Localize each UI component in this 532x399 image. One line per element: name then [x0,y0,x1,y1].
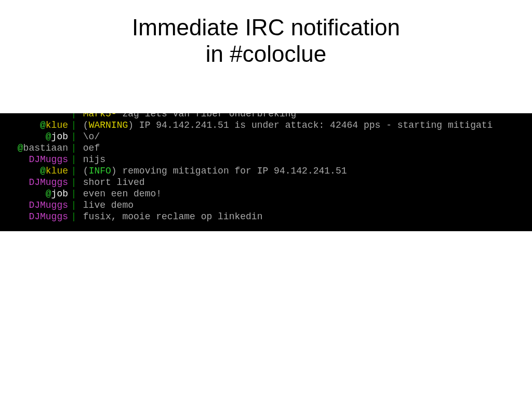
irc-nick-prefix: @ [46,131,51,142]
slide-title: Immediate IRC notification in #coloclue [0,15,532,67]
irc-nick-name: job [51,189,68,199]
irc-nick-name: bastiaan [23,143,68,153]
irc-nick-name: klue [46,120,68,130]
title-line-2: in #coloclue [0,41,532,68]
irc-message-segment: \o/ [83,131,100,142]
irc-nick-prefix: * [62,113,68,119]
irc-message-segment: zag iets van fiber onderbreking [122,113,296,119]
irc-message: nijs [77,154,532,165]
irc-nick-prefix: @ [40,166,46,176]
irc-row: DJMuggs| fusix, mooie reclame op linkedi… [0,211,532,222]
irc-nick-name: DJMuggs [29,154,68,165]
irc-message: oef [77,142,532,154]
irc-separator: | [70,154,77,165]
irc-row: @bastiaan| oef [0,142,532,154]
irc-nick-prefix: @ [18,143,23,153]
irc-log-pane: *| Mark5- zag iets van fiber onderbrekin… [0,113,532,231]
irc-nick: @klue [0,165,70,177]
irc-nick-name: job [51,131,68,142]
irc-nick-prefix: @ [46,189,51,199]
title-line-1: Immediate IRC notification [0,15,532,41]
irc-row: DJMuggs| nijs [0,154,532,165]
irc-message-segment: ) removing mitigation for IP 94.142.241.… [111,166,347,176]
irc-nick-name: klue [46,166,68,176]
irc-separator: | [70,211,77,222]
irc-nick: @job [0,188,70,200]
irc-message: Mark5- zag iets van fiber onderbreking [77,113,532,119]
irc-nick: @klue [0,119,70,131]
irc-message: live demo [77,200,532,211]
irc-separator: | [70,177,77,188]
irc-message-segment: Mark5- [83,113,123,119]
irc-row: @klue| (WARNING) IP 94.142.241.51 is und… [0,119,532,131]
irc-separator: | [70,113,77,119]
irc-message-segment: ) IP 94.142.241.51 is under attack: 4246… [128,120,493,130]
irc-nick: * [0,113,70,119]
irc-nick: DJMuggs [0,177,70,188]
irc-row: *| Mark5- zag iets van fiber onderbrekin… [0,113,532,119]
irc-message-segment: even een demo! [83,189,162,199]
irc-nick: DJMuggs [0,211,70,222]
irc-message-segment: INFO [89,166,111,176]
irc-separator: | [70,142,77,154]
irc-message-segment: WARNING [89,120,128,130]
irc-message-segment: live demo [83,200,134,210]
irc-nick: DJMuggs [0,154,70,165]
irc-message: short lived [77,177,532,188]
irc-message-segment: ( [83,166,89,176]
irc-message-segment: nijs [83,154,105,165]
irc-message: (INFO) removing mitigation for IP 94.142… [77,165,532,177]
irc-separator: | [70,188,77,200]
irc-row: @klue| (INFO) removing mitigation for IP… [0,165,532,177]
irc-separator: | [70,119,77,131]
irc-nick: DJMuggs [0,200,70,211]
irc-nick-name: DJMuggs [29,200,68,210]
irc-row: DJMuggs| live demo [0,200,532,211]
irc-nick-name: DJMuggs [29,211,68,222]
irc-message: \o/ [77,131,532,142]
irc-row: @job| even een demo! [0,188,532,200]
irc-separator: | [70,131,77,142]
irc-nick-prefix: @ [40,120,46,130]
irc-message-segment: fusix, mooie reclame op linkedin [83,211,263,222]
irc-nick: @job [0,131,70,142]
irc-message-segment: oef [83,143,100,153]
irc-message-segment: ( [83,120,89,130]
irc-message: (WARNING) IP 94.142.241.51 is under atta… [77,119,532,131]
irc-message-segment: short lived [83,177,145,188]
irc-separator: | [70,165,77,177]
irc-row: DJMuggs| short lived [0,177,532,188]
irc-message: even een demo! [77,188,532,200]
irc-message: fusix, mooie reclame op linkedin [77,211,532,222]
irc-row: @job| \o/ [0,131,532,142]
irc-separator: | [70,200,77,211]
irc-nick: @bastiaan [0,142,70,154]
irc-nick-name: DJMuggs [29,177,68,188]
